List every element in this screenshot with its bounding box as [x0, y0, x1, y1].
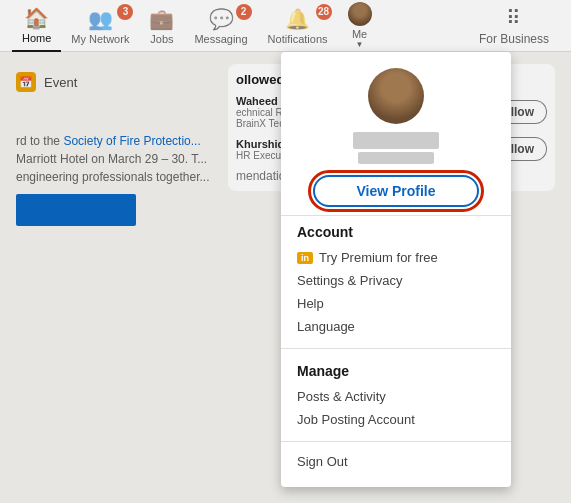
dropdown-user-name: Hamza Wasi [353, 132, 440, 149]
premium-icon: in [297, 252, 313, 264]
dropdown-posts-label: Posts & Activity [297, 389, 386, 404]
dropdown-help[interactable]: Help [297, 292, 495, 315]
dropdown-posts[interactable]: Posts & Activity [297, 385, 495, 408]
account-section-title: Account [297, 224, 495, 240]
manage-section-title: Manage [297, 363, 495, 379]
dropdown-manage-section: Manage Posts & Activity Job Posting Acco… [281, 355, 511, 435]
dropdown-help-label: Help [297, 296, 324, 311]
dropdown-sign-out[interactable]: Sign Out [281, 448, 511, 475]
dropdown-settings-label: Settings & Privacy [297, 273, 403, 288]
dropdown-premium-label: Try Premium for free [319, 250, 438, 265]
dropdown-language[interactable]: Language [297, 315, 495, 338]
dropdown-job-posting[interactable]: Job Posting Account [297, 408, 495, 431]
dropdown-language-label: Language [297, 319, 355, 334]
dropdown-settings[interactable]: Settings & Privacy [297, 269, 495, 292]
dropdown-avatar [368, 68, 424, 124]
dropdown-user-subtitle: 0b:a000007990 [358, 151, 434, 165]
dropdown-profile-section: Hamza Wasi 0b:a000007990 View Profile [281, 52, 511, 216]
me-dropdown-menu: Hamza Wasi 0b:a000007990 View Profile Ac… [281, 52, 511, 487]
dropdown-divider-2 [281, 441, 511, 442]
view-profile-button[interactable]: View Profile [313, 175, 479, 207]
dropdown-premium[interactable]: in Try Premium for free [297, 246, 495, 269]
dropdown-job-posting-label: Job Posting Account [297, 412, 415, 427]
dropdown-sign-out-label: Sign Out [297, 454, 348, 469]
dropdown-account-section: Account in Try Premium for free Settings… [281, 216, 511, 342]
dropdown-divider-1 [281, 348, 511, 349]
